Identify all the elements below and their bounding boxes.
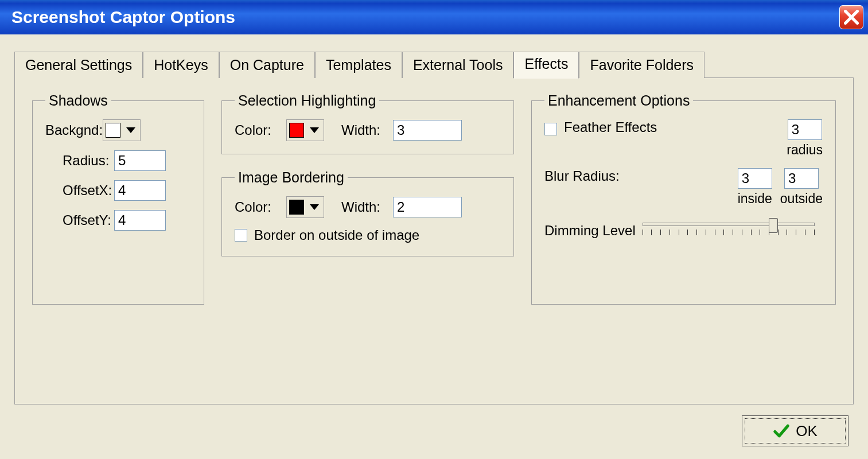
- close-button[interactable]: [839, 5, 863, 29]
- shadows-group: Shadows Backgnd: Radius: OffsetX:: [32, 92, 204, 305]
- title-bar: Screenshot Captor Options: [0, 0, 868, 34]
- chevron-down-icon: [310, 204, 319, 210]
- tab-on-capture[interactable]: On Capture: [219, 52, 315, 78]
- dimming-slider[interactable]: [643, 219, 815, 242]
- border-color-label: Color:: [235, 199, 286, 215]
- enhance-legend: Enhancement Options: [544, 92, 693, 109]
- tab-hotkeys[interactable]: HotKeys: [143, 52, 219, 78]
- tab-page-effects: Shadows Backgnd: Radius: OffsetX:: [14, 77, 854, 404]
- backgnd-color-swatch: [106, 123, 120, 138]
- tab-templates[interactable]: Templates: [315, 52, 402, 78]
- ok-button[interactable]: OK: [742, 415, 848, 446]
- slider-ticks: [643, 230, 815, 238]
- tab-effects[interactable]: Effects: [513, 52, 579, 79]
- border-outside-checkbox[interactable]: [235, 229, 247, 242]
- shadows-legend: Shadows: [45, 92, 111, 109]
- offsetx-label: OffsetX:: [63, 182, 114, 199]
- selection-color-label: Color:: [235, 122, 286, 138]
- radius-label: Radius:: [63, 153, 114, 169]
- ok-label: OK: [796, 422, 818, 440]
- blur-outside-input[interactable]: [784, 168, 819, 189]
- feather-radius-input[interactable]: [788, 119, 822, 140]
- offsety-input[interactable]: [114, 210, 166, 231]
- radius-input[interactable]: [114, 150, 166, 171]
- blur-radius-label: Blur Radius:: [544, 168, 738, 184]
- close-icon: [844, 10, 859, 25]
- offsetx-input[interactable]: [114, 180, 166, 201]
- dimming-level-label: Dimming Level: [544, 223, 636, 239]
- offsety-label: OffsetY:: [63, 212, 114, 228]
- selection-legend: Selection Highlighting: [235, 92, 379, 109]
- blur-outside-label: outside: [780, 191, 823, 207]
- blur-inside-label: inside: [738, 191, 772, 207]
- tab-external-tools[interactable]: External Tools: [402, 52, 514, 78]
- window-title: Screenshot Captor Options: [11, 7, 235, 27]
- enhancement-options-group: Enhancement Options Feather Effects radi…: [531, 92, 836, 305]
- selection-highlight-group: Selection Highlighting Color: Width:: [221, 92, 514, 154]
- tab-favorite-folders[interactable]: Favorite Folders: [579, 52, 704, 78]
- checkmark-icon: [773, 422, 790, 439]
- client-area: General Settings HotKeys On Capture Temp…: [0, 34, 868, 459]
- selection-width-label: Width:: [341, 122, 393, 138]
- feather-unit-label: radius: [787, 142, 823, 158]
- blur-inside-input[interactable]: [738, 168, 772, 189]
- tab-strip: General Settings HotKeys On Capture Temp…: [14, 52, 854, 78]
- border-width-input[interactable]: [393, 197, 462, 217]
- backgnd-label: Backgnd:: [45, 122, 103, 138]
- selection-color-swatch: [289, 123, 304, 138]
- slider-track: [643, 223, 815, 226]
- feather-checkbox[interactable]: [544, 123, 557, 135]
- border-color-swatch: [289, 200, 304, 215]
- backgnd-color-picker[interactable]: [103, 119, 141, 141]
- feather-label: Feather Effects: [564, 119, 787, 135]
- chevron-down-icon: [310, 127, 319, 133]
- chevron-down-icon: [126, 127, 135, 133]
- border-legend: Image Bordering: [235, 169, 348, 186]
- border-width-label: Width:: [341, 199, 393, 215]
- selection-color-picker[interactable]: [286, 119, 324, 141]
- image-bordering-group: Image Bordering Color: Width: Border on …: [221, 169, 514, 256]
- selection-width-input[interactable]: [393, 120, 462, 141]
- border-outside-label: Border on outside of image: [254, 227, 419, 243]
- border-color-picker[interactable]: [286, 196, 324, 218]
- tab-general-settings[interactable]: General Settings: [14, 52, 143, 78]
